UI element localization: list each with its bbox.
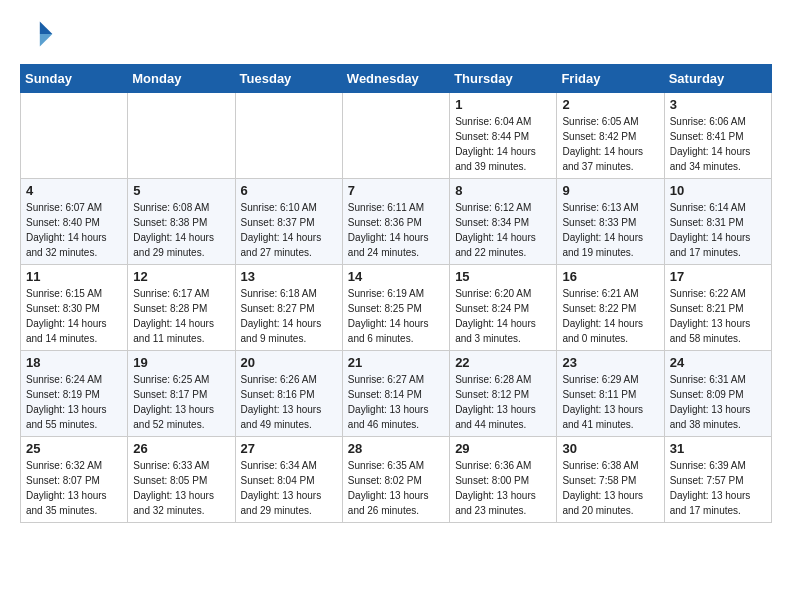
day-number: 29 [455,441,551,456]
day-number: 31 [670,441,766,456]
day-info: Sunrise: 6:22 AMSunset: 8:21 PMDaylight:… [670,286,766,346]
day-number: 26 [133,441,229,456]
calendar-header-tuesday: Tuesday [235,65,342,93]
calendar-cell: 22Sunrise: 6:28 AMSunset: 8:12 PMDayligh… [450,351,557,437]
day-number: 4 [26,183,122,198]
logo [20,16,60,52]
calendar-cell: 4Sunrise: 6:07 AMSunset: 8:40 PMDaylight… [21,179,128,265]
day-info: Sunrise: 6:15 AMSunset: 8:30 PMDaylight:… [26,286,122,346]
day-number: 30 [562,441,658,456]
day-info: Sunrise: 6:10 AMSunset: 8:37 PMDaylight:… [241,200,337,260]
calendar-cell: 7Sunrise: 6:11 AMSunset: 8:36 PMDaylight… [342,179,449,265]
calendar-cell: 24Sunrise: 6:31 AMSunset: 8:09 PMDayligh… [664,351,771,437]
day-info: Sunrise: 6:24 AMSunset: 8:19 PMDaylight:… [26,372,122,432]
day-info: Sunrise: 6:33 AMSunset: 8:05 PMDaylight:… [133,458,229,518]
day-number: 8 [455,183,551,198]
calendar-header-wednesday: Wednesday [342,65,449,93]
calendar-cell: 1Sunrise: 6:04 AMSunset: 8:44 PMDaylight… [450,93,557,179]
day-info: Sunrise: 6:19 AMSunset: 8:25 PMDaylight:… [348,286,444,346]
day-number: 23 [562,355,658,370]
day-number: 17 [670,269,766,284]
day-number: 1 [455,97,551,112]
calendar-cell: 17Sunrise: 6:22 AMSunset: 8:21 PMDayligh… [664,265,771,351]
day-info: Sunrise: 6:26 AMSunset: 8:16 PMDaylight:… [241,372,337,432]
day-info: Sunrise: 6:07 AMSunset: 8:40 PMDaylight:… [26,200,122,260]
calendar-cell: 2Sunrise: 6:05 AMSunset: 8:42 PMDaylight… [557,93,664,179]
svg-marker-0 [40,21,53,34]
calendar-header-friday: Friday [557,65,664,93]
calendar-cell: 5Sunrise: 6:08 AMSunset: 8:38 PMDaylight… [128,179,235,265]
calendar-week-4: 18Sunrise: 6:24 AMSunset: 8:19 PMDayligh… [21,351,772,437]
calendar-cell: 14Sunrise: 6:19 AMSunset: 8:25 PMDayligh… [342,265,449,351]
day-number: 11 [26,269,122,284]
day-number: 27 [241,441,337,456]
calendar-header-monday: Monday [128,65,235,93]
calendar-cell: 8Sunrise: 6:12 AMSunset: 8:34 PMDaylight… [450,179,557,265]
day-number: 24 [670,355,766,370]
day-number: 10 [670,183,766,198]
calendar-cell: 10Sunrise: 6:14 AMSunset: 8:31 PMDayligh… [664,179,771,265]
calendar-cell: 13Sunrise: 6:18 AMSunset: 8:27 PMDayligh… [235,265,342,351]
day-info: Sunrise: 6:34 AMSunset: 8:04 PMDaylight:… [241,458,337,518]
day-info: Sunrise: 6:11 AMSunset: 8:36 PMDaylight:… [348,200,444,260]
calendar-cell: 27Sunrise: 6:34 AMSunset: 8:04 PMDayligh… [235,437,342,523]
day-info: Sunrise: 6:14 AMSunset: 8:31 PMDaylight:… [670,200,766,260]
calendar-week-5: 25Sunrise: 6:32 AMSunset: 8:07 PMDayligh… [21,437,772,523]
day-info: Sunrise: 6:21 AMSunset: 8:22 PMDaylight:… [562,286,658,346]
calendar-cell [342,93,449,179]
day-number: 6 [241,183,337,198]
day-info: Sunrise: 6:31 AMSunset: 8:09 PMDaylight:… [670,372,766,432]
svg-marker-1 [40,34,53,47]
day-info: Sunrise: 6:25 AMSunset: 8:17 PMDaylight:… [133,372,229,432]
day-number: 22 [455,355,551,370]
day-info: Sunrise: 6:08 AMSunset: 8:38 PMDaylight:… [133,200,229,260]
calendar-cell: 21Sunrise: 6:27 AMSunset: 8:14 PMDayligh… [342,351,449,437]
calendar-cell [128,93,235,179]
day-number: 25 [26,441,122,456]
calendar-cell: 11Sunrise: 6:15 AMSunset: 8:30 PMDayligh… [21,265,128,351]
day-number: 13 [241,269,337,284]
calendar-week-2: 4Sunrise: 6:07 AMSunset: 8:40 PMDaylight… [21,179,772,265]
day-info: Sunrise: 6:13 AMSunset: 8:33 PMDaylight:… [562,200,658,260]
day-number: 2 [562,97,658,112]
day-number: 12 [133,269,229,284]
calendar-header-row: SundayMondayTuesdayWednesdayThursdayFrid… [21,65,772,93]
day-number: 15 [455,269,551,284]
day-info: Sunrise: 6:27 AMSunset: 8:14 PMDaylight:… [348,372,444,432]
calendar-cell: 26Sunrise: 6:33 AMSunset: 8:05 PMDayligh… [128,437,235,523]
day-info: Sunrise: 6:29 AMSunset: 8:11 PMDaylight:… [562,372,658,432]
calendar-cell: 28Sunrise: 6:35 AMSunset: 8:02 PMDayligh… [342,437,449,523]
day-number: 14 [348,269,444,284]
calendar-header-thursday: Thursday [450,65,557,93]
calendar-cell: 30Sunrise: 6:38 AMSunset: 7:58 PMDayligh… [557,437,664,523]
header [20,16,772,52]
calendar-cell [21,93,128,179]
day-info: Sunrise: 6:36 AMSunset: 8:00 PMDaylight:… [455,458,551,518]
calendar-table: SundayMondayTuesdayWednesdayThursdayFrid… [20,64,772,523]
logo-icon [20,16,56,52]
calendar-cell: 6Sunrise: 6:10 AMSunset: 8:37 PMDaylight… [235,179,342,265]
calendar-header-saturday: Saturday [664,65,771,93]
day-info: Sunrise: 6:20 AMSunset: 8:24 PMDaylight:… [455,286,551,346]
day-info: Sunrise: 6:17 AMSunset: 8:28 PMDaylight:… [133,286,229,346]
day-number: 20 [241,355,337,370]
day-info: Sunrise: 6:38 AMSunset: 7:58 PMDaylight:… [562,458,658,518]
day-number: 3 [670,97,766,112]
day-number: 19 [133,355,229,370]
calendar-cell: 16Sunrise: 6:21 AMSunset: 8:22 PMDayligh… [557,265,664,351]
day-info: Sunrise: 6:28 AMSunset: 8:12 PMDaylight:… [455,372,551,432]
calendar-cell: 9Sunrise: 6:13 AMSunset: 8:33 PMDaylight… [557,179,664,265]
calendar-header-sunday: Sunday [21,65,128,93]
calendar-cell: 20Sunrise: 6:26 AMSunset: 8:16 PMDayligh… [235,351,342,437]
page: SundayMondayTuesdayWednesdayThursdayFrid… [0,0,792,543]
day-number: 16 [562,269,658,284]
day-info: Sunrise: 6:05 AMSunset: 8:42 PMDaylight:… [562,114,658,174]
day-info: Sunrise: 6:06 AMSunset: 8:41 PMDaylight:… [670,114,766,174]
calendar-cell: 29Sunrise: 6:36 AMSunset: 8:00 PMDayligh… [450,437,557,523]
calendar-week-3: 11Sunrise: 6:15 AMSunset: 8:30 PMDayligh… [21,265,772,351]
day-info: Sunrise: 6:12 AMSunset: 8:34 PMDaylight:… [455,200,551,260]
day-number: 18 [26,355,122,370]
calendar-cell: 18Sunrise: 6:24 AMSunset: 8:19 PMDayligh… [21,351,128,437]
day-info: Sunrise: 6:04 AMSunset: 8:44 PMDaylight:… [455,114,551,174]
calendar-cell: 12Sunrise: 6:17 AMSunset: 8:28 PMDayligh… [128,265,235,351]
